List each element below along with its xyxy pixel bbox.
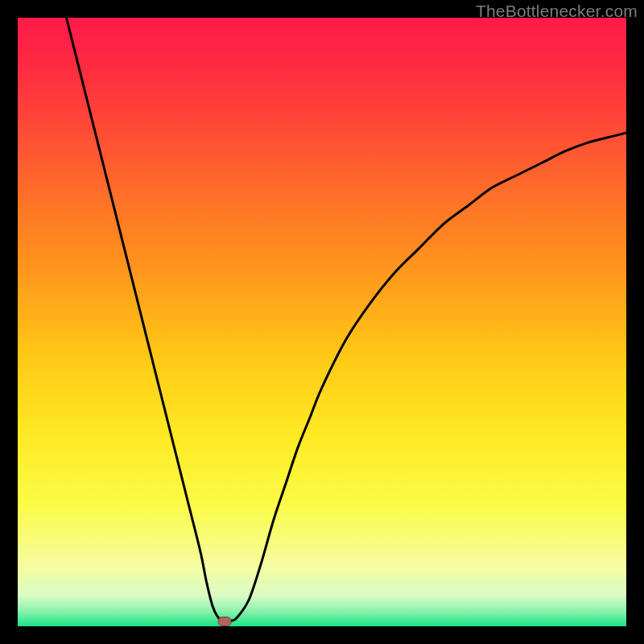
chart-frame: TheBottlenecker.com bbox=[0, 0, 644, 644]
optimal-point-marker bbox=[218, 617, 231, 625]
chart-svg bbox=[18, 18, 626, 626]
gradient-background bbox=[18, 18, 626, 626]
plot-area bbox=[18, 18, 626, 626]
